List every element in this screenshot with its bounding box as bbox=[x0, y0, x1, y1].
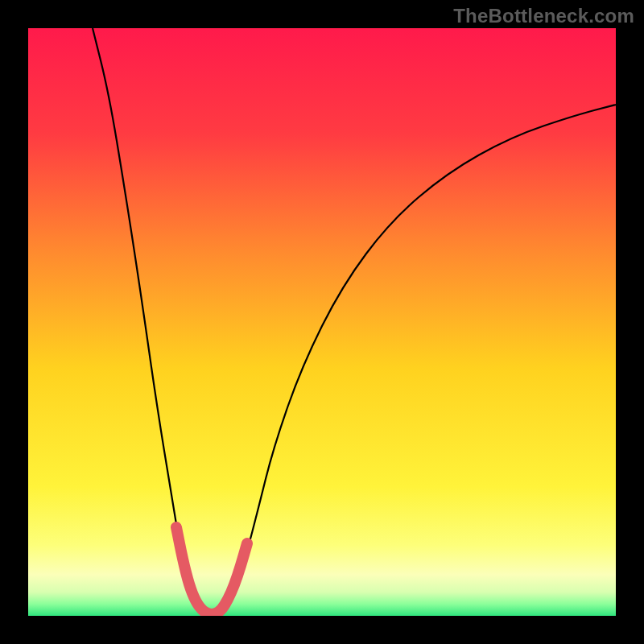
watermark-text: TheBottleneck.com bbox=[453, 5, 634, 27]
curve-layer bbox=[28, 28, 616, 616]
highlight-segment bbox=[176, 527, 247, 614]
plot-area bbox=[28, 28, 616, 616]
chart-frame: TheBottleneck.com bbox=[0, 0, 644, 644]
